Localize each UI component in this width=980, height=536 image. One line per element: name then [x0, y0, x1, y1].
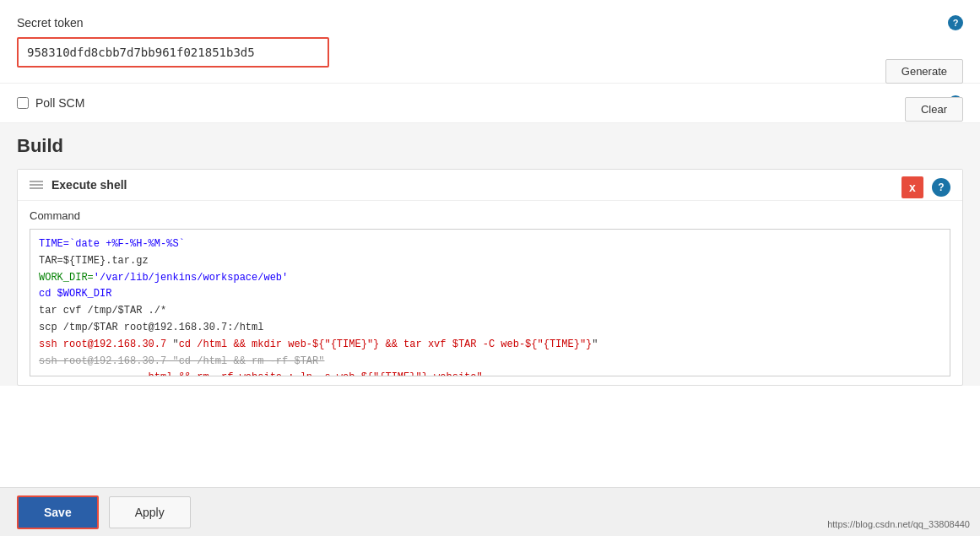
- code-line-4: cd $WORK_DIR: [39, 286, 941, 303]
- execute-shell-title: Execute shell: [51, 178, 127, 192]
- poll-scm-section: Poll SCM ?: [0, 84, 980, 123]
- code-line-5: tar cvf /tmp/$TAR ./*: [39, 303, 941, 320]
- code-line-8: ssh root@192.168.30.7 "cd /html && rm -r…: [39, 354, 941, 371]
- execute-shell-header: Execute shell x ?: [18, 170, 962, 201]
- page-wrapper: Secret token ? Generate Clear Poll SCM ?…: [0, 0, 980, 536]
- secret-token-section: Secret token ? Generate Clear: [0, 0, 980, 84]
- close-button[interactable]: x: [901, 176, 923, 198]
- code-line-2: TAR=${TIME}.tar.gz: [39, 253, 941, 270]
- poll-scm-checkbox[interactable]: [17, 97, 29, 109]
- code-line-7: ssh root@192.168.30.7 "cd /html && mkdir…: [39, 337, 941, 354]
- code-line-1: TIME=`date +%F-%H-%M-%S`: [39, 236, 941, 253]
- token-help-icon[interactable]: ?: [948, 15, 963, 30]
- generate-button[interactable]: Generate: [885, 59, 963, 84]
- execute-shell-block: Execute shell x ? Command TIME=`date +%F…: [17, 169, 963, 386]
- watermark: https://blog.csdn.net/qq_33808440: [827, 519, 970, 529]
- secret-token-input[interactable]: [17, 37, 329, 68]
- code-line-6: scp /tmp/$TAR root@192.168.30.7:/html: [39, 320, 941, 337]
- command-label: Command: [30, 209, 950, 222]
- command-section: Command TIME=`date +%F-%H-%M-%S` TAR=${T…: [18, 201, 962, 385]
- code-line-3: WORK_DIR='/var/lib/jenkins/workspace/web…: [39, 270, 941, 287]
- token-label-row: Secret token ?: [17, 15, 963, 30]
- code-line-9: html && rm -rf website ; ln -s web-${"{T…: [39, 370, 941, 376]
- poll-scm-label: Poll SCM: [35, 96, 84, 110]
- save-button[interactable]: Save: [17, 495, 99, 529]
- code-block[interactable]: TIME=`date +%F-%H-%M-%S` TAR=${TIME}.tar…: [30, 229, 950, 376]
- token-input-row: [17, 37, 963, 68]
- clear-button[interactable]: Clear: [905, 97, 963, 122]
- drag-handle[interactable]: [30, 181, 43, 189]
- build-title: Build: [17, 135, 963, 157]
- token-label: Secret token: [17, 16, 84, 30]
- build-section: Build Execute shell x ? Command TIME=`da…: [0, 123, 980, 386]
- shell-help-icon[interactable]: ?: [932, 178, 950, 197]
- apply-button[interactable]: Apply: [109, 496, 191, 528]
